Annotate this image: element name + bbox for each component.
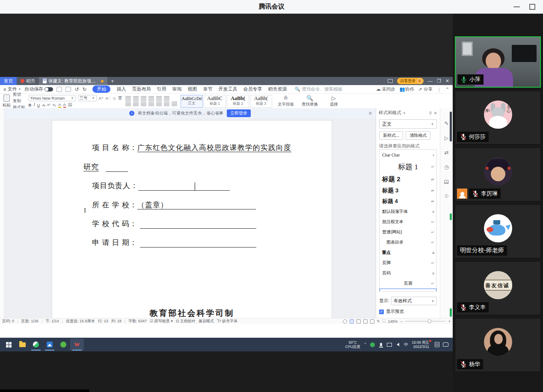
- zoom-value[interactable]: 145%: [388, 319, 398, 324]
- style-item[interactable]: 页眉↵: [380, 278, 436, 289]
- menu-item-section[interactable]: 章节: [203, 86, 212, 92]
- menu-item-devtools[interactable]: 开发工具: [218, 86, 237, 92]
- scrollbar-thumb[interactable]: [450, 112, 452, 141]
- login-now-button[interactable]: 立即登录: [227, 109, 251, 117]
- indent-icon[interactable]: [148, 96, 154, 101]
- numbering-icon[interactable]: [133, 96, 139, 101]
- zoom-slider-thumb[interactable]: [427, 319, 431, 323]
- clear-format-icon[interactable]: ◇: [113, 96, 116, 100]
- style-item[interactable]: 页码a: [380, 268, 436, 278]
- file-explorer-icon[interactable]: [15, 339, 29, 351]
- wps-restore-button[interactable]: ❐: [437, 79, 441, 83]
- chat-app-icon[interactable]: [29, 339, 43, 351]
- align-left-icon[interactable]: [125, 102, 131, 106]
- redo-icon[interactable]: ↻: [82, 86, 86, 92]
- font-size-select[interactable]: 三号▼: [78, 95, 97, 101]
- bookmark-icon[interactable]: 🕮: [443, 178, 450, 185]
- help-icon[interactable]: ☉: [443, 193, 450, 199]
- align-right-icon[interactable]: [141, 102, 146, 106]
- pen-icon[interactable]: ✎: [443, 120, 450, 127]
- font-name-select[interactable]: Times New Roman▼: [29, 95, 76, 101]
- missing-font-button[interactable]: Ꞁ? 缺失字体: [217, 318, 238, 324]
- zoom-in-button[interactable]: +: [448, 319, 451, 324]
- bullets-icon[interactable]: [125, 96, 131, 101]
- participant-tile[interactable]: 李厉琳: [455, 147, 541, 201]
- style-heading3[interactable]: AaBb( 标题 3: [250, 95, 272, 108]
- tray-mic-icon[interactable]: [378, 342, 383, 347]
- style-item[interactable]: 默认段落字体a: [380, 206, 436, 217]
- outdent-icon[interactable]: [141, 96, 146, 101]
- sync-status[interactable]: ☁ 未同步: [376, 86, 395, 92]
- select-tool[interactable]: ▷ 选择: [323, 95, 344, 107]
- wps-taskbar-icon[interactable]: W: [70, 339, 84, 351]
- new-tab-button[interactable]: +: [107, 77, 118, 85]
- style-item[interactable]: 标题 1↵: [380, 160, 436, 174]
- bold-button[interactable]: B: [29, 103, 32, 107]
- style-item[interactable]: 标题 4↵: [380, 196, 436, 206]
- read-view-icon[interactable]: [363, 319, 368, 324]
- participant-tile[interactable]: 杨华: [455, 318, 541, 372]
- style-heading2[interactable]: AaBb( 标题 2: [227, 95, 249, 108]
- style-item[interactable]: 重点a: [380, 248, 436, 258]
- style-item[interactable]: 标题 3↵: [380, 185, 436, 196]
- menu-item-references[interactable]: 引用: [157, 86, 166, 92]
- highlight-button[interactable]: A: [58, 102, 61, 108]
- select-cursor-icon[interactable]: ▷: [443, 135, 450, 141]
- paste-button[interactable]: 粘贴: [3, 103, 11, 108]
- command-search[interactable]: 🔍 查找命令、搜索模板: [294, 86, 342, 92]
- menu-item-home[interactable]: 开始: [92, 85, 110, 93]
- history-icon[interactable]: ◷: [443, 164, 450, 170]
- file-menu[interactable]: ≡ 文件 ▼: [3, 86, 21, 92]
- participant-tile[interactable]: 明世分校-师老师: [455, 204, 541, 258]
- align-center-icon[interactable]: [133, 102, 139, 106]
- wps-close-button[interactable]: ✕: [445, 79, 449, 83]
- menu-item-member[interactable]: 会员专享: [243, 86, 262, 92]
- underline-button[interactable]: U: [37, 103, 40, 107]
- notice-close-icon[interactable]: ✕: [368, 111, 372, 116]
- menu-item-view[interactable]: 视图: [187, 86, 197, 92]
- style-item[interactable]: 标题 2↵: [380, 174, 436, 185]
- proofing-button[interactable]: ⊡ 文档校对: [176, 318, 196, 324]
- edit-pen-icon[interactable]: ✎: [377, 319, 380, 324]
- style-item[interactable]: 图表目录↵: [380, 237, 436, 248]
- menu-item-docer-res[interactable]: 稻壳资源: [268, 86, 287, 92]
- style-heading1[interactable]: AaBbC 标题 1: [204, 95, 226, 108]
- tray-security-icon[interactable]: [370, 342, 375, 347]
- tab-document[interactable]: 张建文: 教育部思政项目(1)(1)(1)..: [39, 77, 107, 85]
- web-view-icon[interactable]: [370, 319, 374, 324]
- layout-icon[interactable]: [388, 79, 393, 83]
- share-button[interactable]: ⇗ 分享: [418, 86, 433, 92]
- char-border-button[interactable]: 囚: [68, 102, 72, 108]
- shading-icon[interactable]: [164, 102, 169, 106]
- new-style-button[interactable]: 新样式...: [379, 131, 403, 140]
- chevron-down-icon[interactable]: ▼: [403, 112, 406, 115]
- collapse-ribbon-icon[interactable]: ⌃: [445, 87, 449, 92]
- cut-button[interactable]: 剪切: [13, 92, 25, 97]
- document-page[interactable]: 项 目 名 称：广东红色文化融入高校思政课教学的实践向度 研究 项目负责人： 所…: [52, 121, 332, 318]
- strikethrough-button[interactable]: A̶: [42, 103, 45, 107]
- text-effects-icon[interactable]: 雯: [118, 95, 122, 101]
- spellcheck-toggle[interactable]: ☑ 拼写检查 ▾: [150, 318, 173, 324]
- security-app-icon[interactable]: [56, 339, 70, 351]
- participant-tile[interactable]: 善友信诚 李义丰: [455, 261, 541, 315]
- more-icon[interactable]: ⋮: [437, 87, 442, 92]
- style-normal[interactable]: AaBbCcDd 正文: [181, 95, 203, 108]
- pin-icon[interactable]: ⚲: [429, 111, 432, 115]
- meeting-app-icon[interactable]: [43, 339, 56, 351]
- copy-button[interactable]: 复制: [13, 98, 25, 104]
- autosave-toggle[interactable]: [45, 87, 53, 91]
- participant-tile[interactable]: 厚! 开心 何莎莎: [455, 91, 541, 144]
- show-marks-icon[interactable]: [164, 96, 169, 101]
- style-item[interactable]: 普通(网站)↵: [380, 227, 436, 237]
- subscript-button[interactable]: X₂: [53, 103, 56, 107]
- minimize-button[interactable]: [513, 6, 520, 7]
- print-icon[interactable]: [65, 87, 71, 92]
- text-layout-tool[interactable]: ≞ 文字排版: [276, 95, 296, 107]
- login-badge[interactable]: 访客登录: [397, 78, 424, 84]
- italic-button[interactable]: I: [33, 103, 35, 107]
- sort-icon[interactable]: [156, 96, 162, 101]
- style-item-selected[interactable]: 正文↵: [380, 289, 436, 292]
- ime-indicator[interactable]: 中: [404, 342, 408, 348]
- action-center-icon[interactable]: [443, 342, 448, 347]
- shrink-font-icon[interactable]: A⁻: [106, 96, 110, 100]
